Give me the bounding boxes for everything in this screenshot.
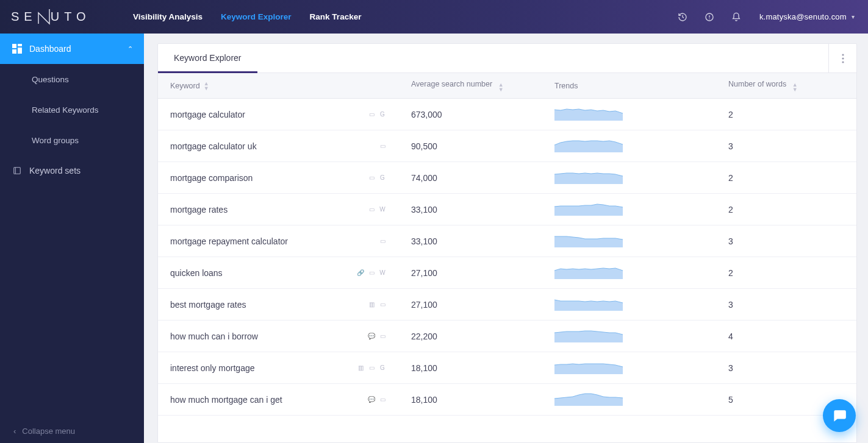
svg-point-9 [842, 57, 844, 59]
keyword-text: best mortgage rates [170, 300, 367, 310]
cell-keyword: mortgage comparison▭G [170, 173, 411, 183]
table-row[interactable]: best mortgage rates▥▭27,1003 [158, 289, 856, 321]
cell-trend [554, 201, 728, 218]
sidebar-item-related-keywords[interactable]: Related Keywords [0, 94, 144, 125]
google-icon: G [378, 174, 387, 181]
serp-feature-icons: ▭G [367, 111, 411, 118]
help-icon[interactable] [705, 12, 714, 22]
cell-search-number: 27,100 [411, 268, 554, 278]
collapse-menu[interactable]: ‹ Collapse menu [0, 419, 144, 443]
snippet-icon: ▭ [378, 333, 387, 339]
cell-keyword: mortgage calculator uk▭ [170, 141, 411, 151]
tab-keyword-explorer[interactable]: Keyword Explorer [158, 44, 257, 73]
top-icon-group [678, 12, 741, 22]
chat-fab[interactable] [823, 399, 856, 432]
main-content: Keyword Explorer Keyword ▲▼ Average sear… [144, 34, 868, 443]
col-header-words[interactable]: Number of words ▲▼ [728, 80, 844, 92]
snippet-icon: ▭ [378, 396, 387, 403]
snippet-icon: ▭ [367, 206, 376, 213]
serp-feature-icons: ▥▭ [367, 301, 411, 308]
cell-trend [554, 106, 728, 122]
keyword-text: interest only mortgage [170, 363, 356, 373]
sparkline [554, 360, 623, 374]
keyword-text: how much can i borrow [170, 331, 367, 341]
sidebar-item-questions[interactable]: Questions [0, 64, 144, 94]
keyword-sets-icon [12, 166, 29, 175]
logo[interactable]: SEUTO [11, 9, 133, 25]
table-row[interactable]: mortgage calculator▭G673,0002 [158, 99, 856, 130]
card-menu-button[interactable] [828, 44, 856, 73]
sidebar-keyword-sets[interactable]: Keyword sets [0, 155, 144, 186]
keyword-text: quicken loans [170, 268, 356, 278]
snippet-icon: ▭ [367, 269, 376, 276]
chevron-up-icon: ⌃ [127, 45, 133, 53]
table-row[interactable]: mortgage calculator uk▭90,5003 [158, 130, 856, 162]
cell-word-count: 2 [728, 205, 844, 214]
table-row[interactable]: mortgage comparison▭G74,0002 [158, 162, 856, 194]
svg-point-10 [842, 61, 844, 63]
cell-word-count: 3 [728, 141, 844, 151]
serp-feature-icons: ▭G [367, 174, 411, 181]
cell-search-number: 33,100 [411, 205, 554, 214]
qa-icon: 💬 [367, 396, 376, 403]
user-email: k.matyska@senuto.com [759, 12, 847, 21]
table-row[interactable]: mortgage repayment calculator▭33,1003 [158, 225, 856, 257]
col-header-keyword[interactable]: Keyword ▲▼ [170, 81, 411, 91]
cell-trend [554, 360, 728, 376]
svg-rect-6 [18, 48, 22, 54]
cell-keyword: mortgage repayment calculator▭ [170, 236, 411, 246]
sidebar-item-word-groups[interactable]: Word groups [0, 125, 144, 155]
sort-icon: ▲▼ [204, 81, 209, 91]
sparkline [554, 233, 623, 247]
sidebar: Dashboard ⌃ Questions Related Keywords W… [0, 34, 144, 443]
cell-keyword: quicken loans🔗▭W [170, 268, 411, 278]
wiki-icon: W [378, 269, 387, 276]
col-header-search[interactable]: Average search number ▲▼ [411, 80, 554, 92]
cell-search-number: 673,000 [411, 110, 554, 119]
keyword-text: mortgage calculator uk [170, 141, 378, 151]
cell-keyword: mortgage rates▭W [170, 205, 411, 214]
keyword-text: mortgage comparison [170, 173, 367, 183]
cell-search-number: 90,500 [411, 141, 554, 151]
cell-word-count: 3 [728, 363, 844, 373]
cell-word-count: 2 [728, 173, 844, 183]
cell-word-count: 2 [728, 268, 844, 278]
snippet-icon: ▭ [367, 111, 376, 118]
col-header-keyword-label: Keyword [170, 82, 200, 90]
table-row[interactable]: how much mortgage can i get💬▭18,1005 [158, 384, 856, 416]
svg-rect-3 [12, 44, 16, 48]
cell-keyword: how much can i borrow💬▭ [170, 331, 411, 341]
chevron-left-icon: ‹ [13, 427, 16, 436]
cell-trend [554, 233, 728, 249]
serp-feature-icons: ▭ [378, 238, 411, 244]
qa-icon: 💬 [367, 333, 376, 339]
sparkline [554, 264, 623, 279]
keyword-text: mortgage repayment calculator [170, 236, 378, 246]
cell-word-count: 5 [728, 395, 844, 405]
sidebar-dashboard[interactable]: Dashboard ⌃ [0, 34, 144, 64]
svg-rect-7 [14, 168, 21, 174]
table-row[interactable]: mortgage rates▭W33,1002 [158, 194, 856, 225]
history-icon[interactable] [678, 12, 687, 22]
cell-search-number: 18,100 [411, 395, 554, 405]
sort-icon: ▲▼ [792, 82, 798, 92]
bell-icon[interactable] [731, 12, 741, 22]
cell-keyword: best mortgage rates▥▭ [170, 300, 411, 310]
table-row[interactable]: quicken loans🔗▭W27,1002 [158, 257, 856, 289]
cell-trend [554, 169, 728, 186]
table-row[interactable]: interest only mortgage▥▭G18,1003 [158, 352, 856, 384]
snippet-icon: ▭ [367, 364, 376, 371]
serp-feature-icons: ▥▭G [356, 364, 411, 371]
cell-trend [554, 328, 728, 344]
sparkline [554, 328, 623, 342]
nav-rank-tracker[interactable]: Rank Tracker [310, 12, 362, 21]
table-row[interactable]: how much can i borrow💬▭22,2004 [158, 321, 856, 352]
nav-keyword-explorer[interactable]: Keyword Explorer [221, 12, 292, 21]
user-menu[interactable]: k.matyska@senuto.com ▾ [759, 12, 855, 21]
cell-search-number: 33,100 [411, 236, 554, 246]
cell-trend [554, 391, 728, 408]
cell-keyword: interest only mortgage▥▭G [170, 363, 411, 373]
nav-visibility-analysis[interactable]: Visibility Analysis [133, 12, 203, 21]
table-body: mortgage calculator▭G673,0002mortgage ca… [158, 99, 856, 416]
sidebar-dashboard-label: Dashboard [29, 44, 127, 54]
